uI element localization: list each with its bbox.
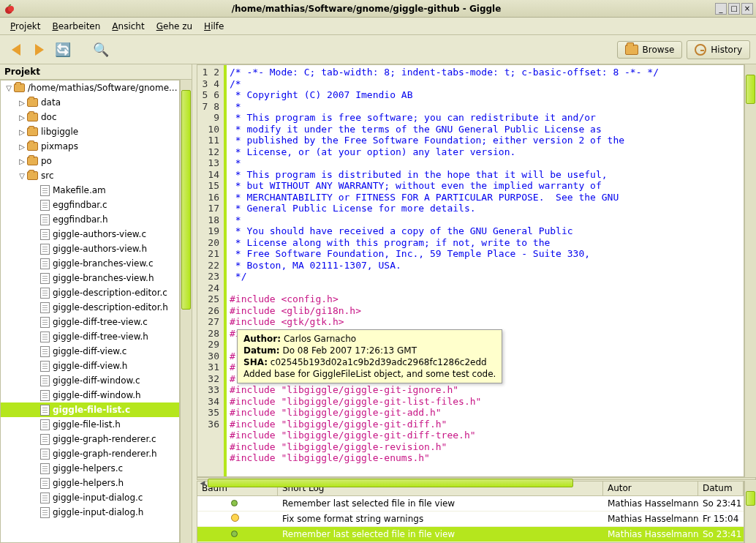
code-scrollbar[interactable] <box>744 64 756 477</box>
folder-icon <box>625 45 638 55</box>
browse-button[interactable]: Browse <box>617 41 683 59</box>
file-icon <box>40 288 50 299</box>
close-button[interactable]: × <box>741 3 753 15</box>
back-button[interactable] <box>6 40 26 60</box>
commit-date: So 23:41 <box>698 528 744 541</box>
tree-file[interactable]: giggle-authors-view.c <box>1 227 179 241</box>
tree-file[interactable]: Makefile.am <box>1 183 179 198</box>
find-button[interactable]: 🔍 <box>91 40 111 60</box>
menu-hilfe[interactable]: Hilfe <box>198 20 230 33</box>
tree-file[interactable]: giggle-description-editor.h <box>1 300 179 315</box>
tree-file[interactable]: giggle-helpers.h <box>1 476 179 490</box>
file-icon <box>40 434 50 445</box>
history-row[interactable]: Fix some format string warningsMathias H… <box>197 512 744 527</box>
tree-label: giggle-file-list.h <box>53 419 121 430</box>
sidebar: Projekt ▽/home/mathias/Software/gnome...… <box>0 64 192 543</box>
file-icon <box>40 302 50 313</box>
col-autor[interactable]: Autor <box>603 482 698 495</box>
tree-label: giggle-diff-view.c <box>53 346 126 356</box>
app-icon <box>3 3 15 15</box>
tree-file[interactable]: giggle-input-dialog.c <box>1 490 179 505</box>
tree-folder[interactable]: ▷doc <box>1 110 179 124</box>
file-icon <box>40 463 50 474</box>
tree-file[interactable]: giggle-helpers.c <box>1 461 179 476</box>
menu-bearbeiten[interactable]: Bearbeiten <box>46 20 106 33</box>
commit-tooltip: Author: Carlos Garnacho Datum: Do 08 Feb… <box>237 329 502 383</box>
tree-file[interactable]: giggle-description-editor.c <box>1 285 179 300</box>
commit-author: Mathias Hasselmann <box>603 512 698 525</box>
sidebar-header: Projekt <box>0 64 192 80</box>
folder-icon <box>27 113 38 121</box>
tree-file[interactable]: giggle-branches-view.h <box>1 271 179 285</box>
tree-file[interactable]: giggle-diff-tree-view.c <box>1 315 179 329</box>
tree-file[interactable]: giggle-diff-window.h <box>1 388 179 402</box>
tree-label: /home/mathias/Software/gnome... <box>28 83 177 93</box>
tree-folder[interactable]: ▽/home/mathias/Software/gnome... <box>1 80 179 95</box>
commit-date: Fr 15:04 <box>698 512 744 525</box>
history-button[interactable]: History <box>687 40 750 59</box>
tree-label: giggle-diff-view.h <box>53 361 127 371</box>
file-icon <box>40 229 50 240</box>
tree-file[interactable]: giggle-authors-view.h <box>1 241 179 256</box>
tree-file[interactable]: giggle-diff-tree-view.h <box>1 329 179 344</box>
tree-label: libgiggle <box>41 127 78 137</box>
tree-label: eggfindbar.h <box>53 214 108 225</box>
commit-date: So 23:41 <box>698 497 744 510</box>
tree-file[interactable]: giggle-file-list.h <box>1 417 179 432</box>
file-icon <box>40 332 50 342</box>
menu-ansicht[interactable]: Ansicht <box>106 20 150 33</box>
file-icon <box>40 405 50 416</box>
sidebar-scrollbar[interactable] <box>180 80 192 543</box>
tree-file[interactable]: giggle-diff-view.c <box>1 344 179 359</box>
tree-label: giggle-helpers.c <box>53 463 123 473</box>
col-datum[interactable]: Datum <box>698 482 744 495</box>
commit-author: Mathias Hasselmann <box>603 497 698 510</box>
tree-file[interactable]: giggle-graph-renderer.c <box>1 432 179 446</box>
file-icon <box>40 244 50 255</box>
menubar: Projekt Bearbeiten Ansicht Gehe zu Hilfe <box>0 18 756 35</box>
refresh-button[interactable]: 🔄 <box>53 40 73 60</box>
folder-icon <box>14 83 25 92</box>
tree-label: doc <box>41 112 57 122</box>
file-icon <box>40 346 50 357</box>
history-scrollbar[interactable] <box>744 481 756 543</box>
file-icon <box>40 185 50 196</box>
file-icon <box>40 273 50 284</box>
tree-folder[interactable]: ▷libgiggle <box>1 124 179 139</box>
tree-file[interactable]: giggle-file-list.c <box>1 402 179 417</box>
menu-gehezu[interactable]: Gehe zu <box>151 20 198 33</box>
tree-file[interactable]: giggle-diff-window.c <box>1 373 179 388</box>
maximize-button[interactable]: □ <box>728 3 740 15</box>
tree-label: giggle-diff-tree-view.h <box>53 332 148 342</box>
folder-icon <box>27 171 38 180</box>
tree-file[interactable]: giggle-branches-view.c <box>1 256 179 271</box>
history-table[interactable]: Baum Short Log Autor Datum Remember last… <box>197 481 744 543</box>
svg-point-1 <box>8 6 14 12</box>
tree-folder[interactable]: ▷po <box>1 154 179 168</box>
menu-projekt[interactable]: Projekt <box>4 20 46 33</box>
history-row[interactable]: Remember last selected file in file view… <box>197 496 744 512</box>
tree-label: po <box>41 156 52 166</box>
browse-label: Browse <box>643 45 675 55</box>
file-icon <box>40 478 50 489</box>
forward-button[interactable] <box>29 40 50 60</box>
tree-label: giggle-description-editor.h <box>53 302 168 312</box>
tree-folder[interactable]: ▷pixmaps <box>1 139 179 154</box>
file-tree[interactable]: ▽/home/mathias/Software/gnome...▷data▷do… <box>0 80 180 543</box>
minimize-button[interactable]: _ <box>715 3 727 15</box>
history-row[interactable]: Remember last selected file in file view… <box>197 527 744 542</box>
tree-file[interactable]: giggle-input-dialog.h <box>1 505 179 520</box>
commit-author: Mathias Hasselmann <box>603 528 698 541</box>
commit-node-icon <box>231 514 239 522</box>
tree-file[interactable]: eggfindbar.h <box>1 212 179 227</box>
code-viewer[interactable]: 1 2 3 4 5 6 7 8 9 10 11 12 13 14 15 16 1… <box>197 64 744 477</box>
commit-node-icon <box>231 500 238 506</box>
tree-file[interactable]: eggfindbar.c <box>1 198 179 212</box>
tree-folder[interactable]: ▽src <box>1 168 179 183</box>
tree-file[interactable]: giggle-graph-renderer.h <box>1 446 179 461</box>
code-hscrollbar[interactable]: ◀▶ <box>197 477 756 480</box>
line-gutter: 1 2 3 4 5 6 7 8 9 10 11 12 13 14 15 16 1… <box>197 65 227 476</box>
tree-file[interactable]: giggle-diff-view.h <box>1 359 179 373</box>
tree-folder[interactable]: ▷data <box>1 95 179 110</box>
tree-label: giggle-description-editor.c <box>53 288 167 298</box>
